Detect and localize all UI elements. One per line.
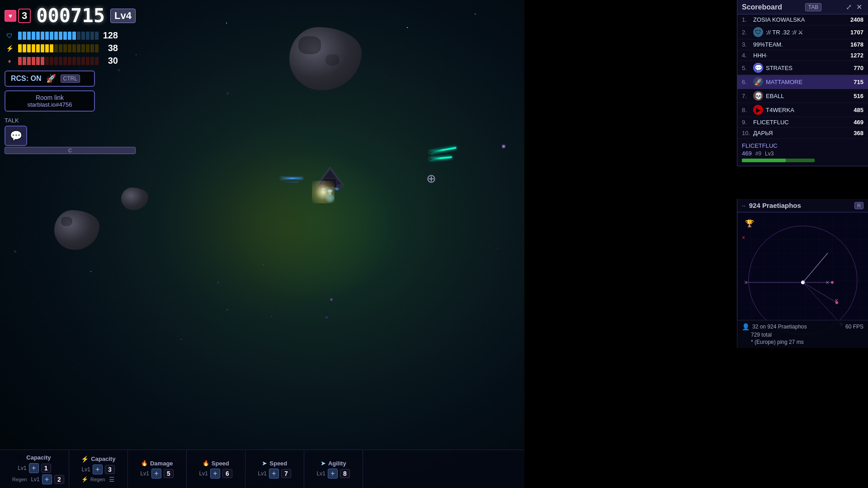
shield-value: 128 <box>102 30 118 41</box>
score-entry-4[interactable]: 4. HHH· 1272 <box>737 50 868 61</box>
score-entry-1[interactable]: 1. ZOSIA KOWALSKA 2408 <box>737 14 868 25</box>
ship-speed-header: ➤ Speed <box>262 460 287 467</box>
nebula-inner <box>181 136 407 316</box>
room-link[interactable]: Room link starblast.io#4756 <box>5 90 95 112</box>
energy-regen-row: ⚡ Regen ☰ <box>81 476 115 483</box>
star <box>136 54 137 55</box>
energy-capacity-controls: Lv1 + 3 <box>82 465 115 474</box>
star <box>90 271 91 272</box>
crosshair: ⊕ <box>426 172 436 186</box>
close-buttons: ⤢ ✕ <box>844 3 863 11</box>
ship-speed-level: Lv1 <box>258 470 267 477</box>
bottom-status: 👤 32 on 924 Praetiaphos 60 FPS 729 total… <box>737 320 868 348</box>
energy-bar <box>18 44 99 52</box>
rcs-ship-icon: 🚀 <box>46 74 56 84</box>
rcs-control[interactable]: RCS: ON 🚀 CTRL <box>5 70 95 87</box>
status-row-1: 👤 32 on 924 Praetiaphos 60 FPS <box>742 323 863 330</box>
ship-trail <box>280 178 303 183</box>
hull-icon: ♦ <box>5 56 14 66</box>
upgrade-slot-ship-speed[interactable]: ➤ Speed Lv1 + 7 <box>245 450 304 488</box>
energy-icon: ⚡ <box>5 43 14 53</box>
damage-header: 🔥 Damage <box>141 460 173 467</box>
score-entry-8[interactable]: 8. ▶ T4WERKA 485 <box>737 103 868 117</box>
bullet-speed-controls: Lv1 + 6 <box>199 469 232 479</box>
star <box>45 181 46 181</box>
damage-plus[interactable]: + <box>151 469 161 479</box>
talk-section: TALK 💬 C <box>5 117 136 154</box>
star <box>181 339 182 340</box>
heart-icon: ♥ <box>5 10 16 22</box>
damage-level: Lv1 <box>141 470 149 477</box>
star <box>384 77 385 77</box>
svg-text:×: × <box>742 235 745 241</box>
agility-value: 8 <box>340 469 350 478</box>
upgrade-slot-damage[interactable]: 🔥 Damage Lv1 + 5 <box>128 450 187 488</box>
shield-regen-icon: 🛡 <box>5 476 10 483</box>
energy-value: 38 <box>102 43 118 53</box>
nebula-center <box>158 90 475 361</box>
damage-label: Damage <box>150 460 173 467</box>
energy-cap-plus[interactable]: + <box>93 465 103 474</box>
status-row-3: * (Europe) ping 27 ms <box>742 339 863 345</box>
name-4: HHH· <box>753 52 843 59</box>
points-1: 2408 <box>843 16 863 23</box>
shield-capacity-icon: 🛡 <box>18 454 24 461</box>
shield-capacity-header: 🛡 Capacity <box>18 454 51 461</box>
energy-regen-label: Regen <box>90 477 105 482</box>
upgrade-slot-energy-capacity[interactable]: ⚡ Capacity Lv1 + 3 ⚡ Regen ☰ <box>69 450 128 488</box>
rank-8: 8. <box>742 107 753 113</box>
shield-regen-plus[interactable]: + <box>42 474 52 484</box>
svg-point-25 <box>835 301 838 304</box>
upgrade-slot-bullet-speed[interactable]: 🔥 Speed Lv1 + 6 <box>187 450 245 488</box>
enemy-projectiles <box>429 149 457 159</box>
score-entry-10[interactable]: 10. ДАРЬЯ 368 <box>737 128 868 139</box>
upgrade-slot-shield-capacity[interactable]: 🛡 Capacity Lv1 + 1 🛡 Regen Lv1 + 2 <box>0 450 69 488</box>
energy-regen-list-icon: ☰ <box>109 476 115 483</box>
score-entry-5[interactable]: 5. 💬 STRATES 770 <box>737 61 868 75</box>
player-detail: FLICETFLUC 469 #9 Lv3 <box>737 139 868 166</box>
detail-points: 469 <box>742 150 752 157</box>
points-2: 1707 <box>843 29 863 36</box>
minimize-button[interactable]: ⤢ <box>844 3 853 11</box>
name-9: FLICETFLUC <box>753 119 843 126</box>
ship-speed-plus[interactable]: + <box>269 469 279 479</box>
bullet-speed-plus[interactable]: + <box>210 469 220 479</box>
lives-container: ♥ 3 <box>5 9 31 23</box>
name-3: 99%TEAM. <box>753 41 843 48</box>
stat-bars: 🛡 128 ⚡ 38 ♦ 30 <box>5 30 136 66</box>
damage-icon: 🔥 <box>141 460 148 466</box>
agility-label: Agility <box>328 460 346 467</box>
score-entry-2[interactable]: 2. 🛡 :// TR .32 :// ⚔ 1707 <box>737 25 868 39</box>
shield-regen-row: 🛡 Regen Lv1 + 2 <box>5 474 64 484</box>
room-link-url: starblast.io#4756 <box>11 101 89 108</box>
rank-7: 7. <box>742 93 753 99</box>
energy-row: ⚡ 38 <box>5 43 136 53</box>
asteroid-medium <box>54 210 99 250</box>
name-6: MATTAMORE <box>766 79 843 85</box>
level-badge: Lv4 <box>110 9 136 23</box>
panel-header: ·· 924 Praetiaphos R <box>737 199 868 212</box>
score-entry-7[interactable]: 7. 💀 EBALL 516 <box>737 89 868 103</box>
score-entry-6[interactable]: 6. 🚀 MATTAMORE 715 <box>737 75 868 89</box>
shield-cap-plus[interactable]: + <box>29 463 39 473</box>
score-entry-3[interactable]: 3. 99%TEAM. 1678 <box>737 39 868 50</box>
bullet-speed-header: 🔥 Speed <box>203 460 229 467</box>
rank-3: 3. <box>742 41 753 48</box>
points-8: 485 <box>843 107 863 113</box>
score-entry-9[interactable]: 9. FLICETFLUC 469 <box>737 117 868 128</box>
close-button[interactable]: ✕ <box>855 3 863 11</box>
marker: + <box>262 262 265 267</box>
points-3: 1678 <box>843 41 863 48</box>
talk-button[interactable]: 💬 <box>5 126 27 146</box>
agility-plus[interactable]: + <box>328 469 338 479</box>
upgrade-slot-agility[interactable]: ➤ Agility Lv1 + 8 <box>304 450 363 488</box>
points-6: 715 <box>843 79 863 85</box>
detail-rank: #9 <box>755 150 761 157</box>
rank-6: 6. <box>742 79 753 85</box>
detail-level: Lv3 <box>765 150 774 157</box>
rank-9: 9. <box>742 119 753 126</box>
agility-controls: Lv1 + 8 <box>317 469 350 479</box>
shield-capacity-controls: Lv1 + 1 <box>18 463 51 473</box>
rank-4: 4. <box>742 52 753 59</box>
hud-topleft: ♥ 3 000715 Lv4 🛡 128 ⚡ 38 ♦ 30 RCS: ON 🚀… <box>5 5 136 154</box>
